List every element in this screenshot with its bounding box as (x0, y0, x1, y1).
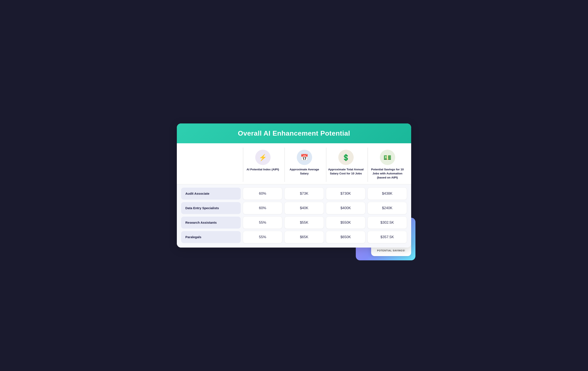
table-row: Research Assistants55%$55K$550K$302.5K (181, 217, 407, 229)
table-row: Paralegals55%$65K$650K$357.5K (181, 231, 407, 243)
col-label-avg_salary: Approximate Average Salary (286, 168, 322, 176)
money-icon: 💵 (380, 150, 395, 165)
cell-total_salary: $550K (326, 217, 365, 229)
table-row: Data Entry Specialists60%$40K$400K$240K (181, 202, 407, 214)
savings-label: POTENTIAL SAVINGS! (377, 249, 405, 252)
table-body: Audit Associate60%$73K$730K$438KData Ent… (177, 185, 411, 248)
page-title: Overall AI Enhancement Potential (185, 130, 403, 137)
cell-total_salary: $400K (326, 202, 365, 214)
cell-avg_salary: $65K (284, 231, 324, 243)
col-header-aipi: ⚡AI Potential Index (AIPI) (243, 148, 282, 182)
cell-savings: $302.5K (368, 217, 407, 229)
table-row: Audit Associate60%$73K$730K$438K (181, 187, 407, 200)
cell-savings: $357.5K (368, 231, 407, 243)
cell-aipi: 60% (243, 187, 282, 200)
columns-header: ⚡AI Potential Index (AIPI)📅Approximate A… (177, 143, 411, 185)
cell-total_salary: $650K (326, 231, 365, 243)
row-label: Data Entry Specialists (181, 202, 241, 214)
row-label: Research Assistants (181, 217, 241, 229)
cell-aipi: 60% (243, 202, 282, 214)
cell-avg_salary: $55K (284, 217, 324, 229)
col-label-savings: Potential Savings for 10 Jobs with Autom… (370, 168, 405, 180)
col-header-total_salary: 💲Approximate Total Annual Salary Cost fo… (326, 148, 365, 182)
outer-wrapper: Overall AI Enhancement Potential ⚡AI Pot… (177, 123, 411, 248)
cell-avg_salary: $40K (284, 202, 324, 214)
main-card: Overall AI Enhancement Potential ⚡AI Pot… (177, 123, 411, 248)
cell-savings: $240K (368, 202, 407, 214)
calendar-icon: 📅 (297, 150, 312, 165)
dollar-icon: 💲 (338, 150, 354, 165)
empty-col-header (181, 148, 241, 182)
card-header: Overall AI Enhancement Potential (177, 123, 411, 143)
cell-avg_salary: $73K (284, 187, 324, 200)
row-label: Audit Associate (181, 188, 241, 200)
cell-aipi: 55% (243, 217, 282, 229)
cell-savings: $438K (368, 187, 407, 200)
col-header-savings: 💵Potential Savings for 10 Jobs with Auto… (368, 148, 407, 182)
col-header-avg_salary: 📅Approximate Average Salary (284, 148, 324, 182)
row-label: Paralegals (181, 231, 241, 243)
lightning-icon: ⚡ (255, 150, 271, 165)
col-label-aipi: AI Potential Index (AIPI) (246, 168, 279, 172)
cell-total_salary: $730K (326, 187, 365, 200)
cell-aipi: 55% (243, 231, 282, 243)
col-label-total_salary: Approximate Total Annual Salary Cost for… (328, 168, 364, 176)
